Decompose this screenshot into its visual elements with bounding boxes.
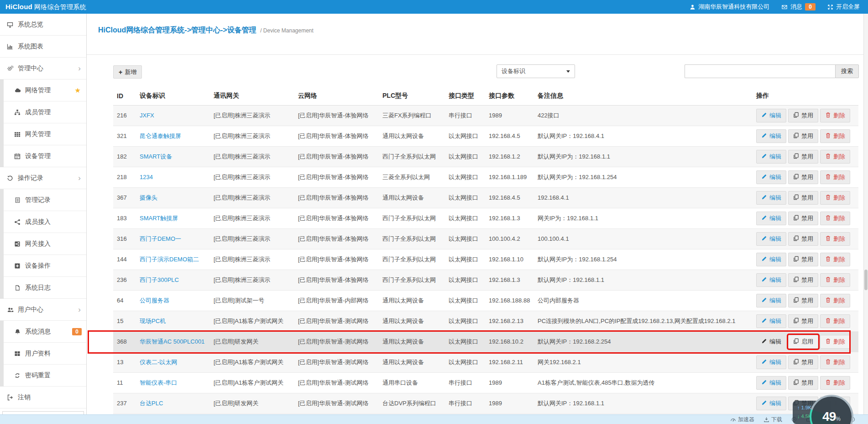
device-link[interactable]: 西门子DEMO一 bbox=[140, 235, 181, 242]
actions-cell: 编辑禁用删除 bbox=[753, 270, 858, 290]
disable-button[interactable]: 禁用 bbox=[788, 109, 818, 122]
delete-button[interactable]: 删除 bbox=[820, 232, 850, 246]
sidebar-item-device-operations[interactable]: 设备操作 bbox=[4, 255, 86, 277]
disable-button[interactable]: 禁用 bbox=[788, 294, 818, 307]
edit-button[interactable]: 编辑 bbox=[756, 170, 786, 184]
edit-button[interactable]: 编辑 bbox=[756, 376, 786, 390]
download-button[interactable]: 下载 bbox=[763, 416, 782, 424]
device-link[interactable]: 西门子演示DEMO箱二 bbox=[140, 256, 199, 263]
cloud-network-cell: [已启用]华辰智通-体验网络 bbox=[294, 126, 379, 146]
delete-button[interactable]: 删除 bbox=[820, 355, 850, 369]
edit-button[interactable]: 编辑 bbox=[756, 109, 786, 122]
delete-button[interactable]: 删除 bbox=[820, 109, 850, 122]
edit-button[interactable]: 编辑 bbox=[756, 253, 786, 266]
trash-icon bbox=[825, 276, 831, 284]
sidebar-item-network-management[interactable]: 网络管理★ bbox=[4, 80, 86, 101]
device-link[interactable]: 台达PLC bbox=[140, 400, 163, 407]
delete-button[interactable]: 删除 bbox=[820, 150, 850, 164]
device-link[interactable]: 仪表二-以太网 bbox=[140, 359, 177, 366]
delete-button[interactable]: 删除 bbox=[820, 273, 850, 287]
edit-button[interactable]: 编辑 bbox=[756, 129, 786, 143]
device-link[interactable]: 摄像头 bbox=[140, 194, 157, 201]
sidebar-item-gateway-access[interactable]: 网关接入 bbox=[4, 233, 86, 255]
delete-button[interactable]: 删除 bbox=[820, 335, 850, 349]
accelerator-button[interactable]: 加速器 bbox=[730, 416, 754, 424]
disable-button[interactable]: 禁用 bbox=[788, 191, 818, 205]
edit-button[interactable]: 编辑 bbox=[756, 212, 786, 225]
scrollbar-thumb[interactable] bbox=[864, 270, 868, 290]
delete-button[interactable]: 删除 bbox=[820, 129, 850, 143]
edit-button[interactable]: 编辑 bbox=[756, 294, 786, 307]
device-link[interactable]: SMART设备 bbox=[140, 153, 172, 160]
disable-button[interactable]: 禁用 bbox=[788, 314, 818, 328]
edit-button[interactable]: 编辑 bbox=[756, 150, 786, 164]
delete-button[interactable]: 删除 bbox=[820, 314, 850, 328]
fullscreen-button[interactable]: 开启全屏 bbox=[827, 3, 860, 11]
disable-button[interactable]: 禁用 bbox=[788, 170, 818, 184]
sidebar-item-system-overview[interactable]: 系统总览 bbox=[0, 14, 86, 36]
delete-button[interactable]: 删除 bbox=[820, 253, 850, 266]
edit-button[interactable]: 编辑 bbox=[756, 191, 786, 205]
sidebar-item-logout[interactable]: 注销 bbox=[0, 387, 86, 408]
edit-button[interactable]: 编辑 bbox=[756, 335, 786, 349]
search-input[interactable] bbox=[685, 64, 835, 78]
page-title: HiCloud网络综合管理系统->管理中心->设备管理 bbox=[98, 26, 256, 34]
device-link[interactable]: 公司服务器 bbox=[140, 297, 169, 304]
device-link[interactable]: SMART触摸屏 bbox=[140, 215, 178, 222]
enable-button[interactable]: 启用 bbox=[788, 335, 818, 349]
disable-button[interactable]: 禁用 bbox=[788, 253, 818, 266]
sidebar-item-device-management[interactable]: 设备管理 bbox=[4, 145, 86, 167]
sidebar-item-label: 系统总览 bbox=[18, 21, 43, 29]
device-link[interactable]: 昆仑通泰触摸屏 bbox=[140, 132, 181, 139]
sidebar-item-member-access[interactable]: 成员接入 bbox=[4, 211, 86, 233]
disable-button[interactable]: 禁用 bbox=[788, 129, 818, 143]
device-link[interactable]: 1234 bbox=[140, 174, 153, 180]
pencil-icon bbox=[761, 297, 767, 304]
search-button[interactable]: 搜索 bbox=[835, 64, 859, 78]
edit-button[interactable]: 编辑 bbox=[756, 273, 786, 287]
sidebar-item-management-center[interactable]: 管理中心› bbox=[0, 58, 86, 80]
sidebar-item-user-profile[interactable]: 用户资料 bbox=[4, 343, 86, 365]
interface-param-cell: 192.168.10.2 bbox=[485, 331, 534, 352]
filter-dropdown[interactable]: 设备标识 bbox=[497, 64, 575, 78]
edit-button[interactable]: 编辑 bbox=[756, 397, 786, 410]
interface-type-cell: 以太网接口 bbox=[445, 352, 485, 372]
unread-count-badge: 0 bbox=[72, 328, 82, 335]
disable-button[interactable]: 禁用 bbox=[788, 376, 818, 390]
edit-button[interactable]: 编辑 bbox=[756, 232, 786, 246]
interface-param-cell: 1989 bbox=[485, 105, 534, 126]
sidebar-item-password-reset[interactable]: 密码重置 bbox=[4, 365, 86, 387]
disable-button[interactable]: 禁用 bbox=[788, 232, 818, 246]
company-account-button[interactable]: 湖南华辰智通科技有限公司 bbox=[690, 3, 769, 11]
device-link[interactable]: JXFX bbox=[140, 112, 154, 119]
delete-button[interactable]: 删除 bbox=[820, 191, 850, 205]
delete-button[interactable]: 删除 bbox=[820, 170, 850, 184]
device-link[interactable]: 智能仪表-串口 bbox=[140, 379, 177, 386]
device-link[interactable]: 现场PC机 bbox=[140, 318, 166, 324]
delete-button[interactable]: 删除 bbox=[820, 376, 850, 390]
add-button[interactable]: + 新增 bbox=[113, 65, 142, 79]
device-link[interactable]: 华辰智通AC 500PLC001 bbox=[140, 338, 204, 345]
delete-button[interactable]: 删除 bbox=[820, 294, 850, 307]
sidebar-item-system-messages[interactable]: 系统消息0 bbox=[4, 321, 86, 343]
toggle-icon bbox=[793, 153, 799, 160]
disable-button[interactable]: 禁用 bbox=[788, 355, 818, 369]
messages-button[interactable]: 消息 0 bbox=[781, 3, 816, 11]
edit-button[interactable]: 编辑 bbox=[756, 314, 786, 328]
sidebar-item-member-management[interactable]: 成员管理 bbox=[4, 101, 86, 123]
sidebar-item-management-records[interactable]: 管理记录 bbox=[4, 189, 86, 211]
sidebar-item-system-logs[interactable]: 系统日志 bbox=[4, 277, 86, 299]
device-link[interactable]: 西门子300PLC bbox=[140, 276, 179, 283]
disable-button[interactable]: 禁用 bbox=[788, 273, 818, 287]
sidebar-item-gateway-management[interactable]: 网关管理 bbox=[4, 123, 86, 145]
remark-cell: 网关192.168.2.1 bbox=[534, 352, 753, 372]
sidebar-item-operation-records[interactable]: 操作记录› bbox=[0, 167, 86, 189]
disable-button[interactable]: 禁用 bbox=[788, 212, 818, 225]
pencil-icon bbox=[761, 194, 767, 201]
app-title-rest: 网络综合管理系统 bbox=[32, 3, 86, 11]
sidebar-item-system-charts[interactable]: 系统图表 bbox=[0, 36, 86, 58]
disable-button[interactable]: 禁用 bbox=[788, 150, 818, 164]
delete-button[interactable]: 删除 bbox=[820, 212, 850, 225]
edit-button[interactable]: 编辑 bbox=[756, 355, 786, 369]
sidebar-item-user-center[interactable]: 用户中心› bbox=[0, 299, 86, 321]
